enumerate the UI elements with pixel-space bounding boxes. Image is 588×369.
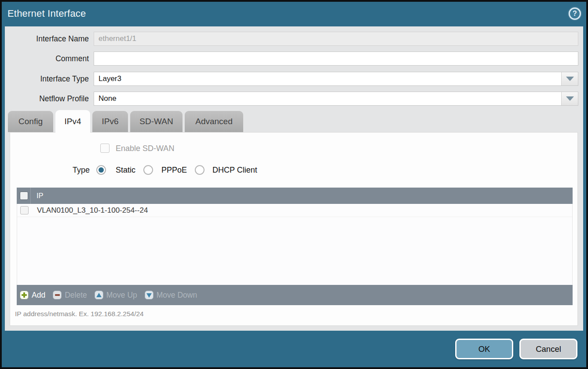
radio-static-label[interactable]: Static bbox=[116, 164, 135, 176]
ip-table: IP VLAN0100_L3_10-1-100-254--24 Add bbox=[17, 188, 573, 305]
interface-name-label: Interface Name bbox=[5, 32, 89, 46]
comment-label: Comment bbox=[5, 52, 89, 66]
interface-name-input bbox=[94, 32, 578, 46]
ipv4-tab-panel: Enable SD-WAN Type Static PPPoE DHCP Cli… bbox=[10, 132, 578, 326]
dialog-title: Ethernet Interface bbox=[7, 8, 86, 19]
ip-table-toolbar: Add Delete Move Up Move Down bbox=[17, 285, 573, 305]
delete-button-label: Delete bbox=[65, 291, 87, 300]
interface-type-value: Layer3 bbox=[99, 72, 121, 85]
delete-button: Delete bbox=[53, 291, 87, 300]
radio-pppoe-label[interactable]: PPPoE bbox=[161, 164, 187, 176]
table-row[interactable]: VLAN0100_L3_10-1-100-254--24 bbox=[17, 204, 572, 217]
dialog-titlebar: Ethernet Interface ? bbox=[2, 2, 586, 26]
type-label: Type bbox=[55, 164, 90, 176]
interface-name-row: Interface Name bbox=[5, 32, 578, 46]
delete-minus-icon bbox=[53, 291, 62, 299]
comment-input[interactable] bbox=[94, 52, 578, 66]
radio-dhcp-client-label[interactable]: DHCP Client bbox=[212, 164, 257, 176]
arrow-down-icon bbox=[145, 291, 153, 299]
ip-cell: VLAN0100_L3_10-1-100-254--24 bbox=[37, 204, 148, 217]
move-down-button: Move Down bbox=[145, 291, 197, 300]
column-divider bbox=[30, 188, 31, 204]
move-down-button-label: Move Down bbox=[157, 291, 197, 300]
interface-type-label: Interface Type bbox=[5, 72, 89, 86]
enable-sdwan-label: Enable SD-WAN bbox=[116, 144, 174, 153]
help-icon[interactable]: ? bbox=[569, 7, 581, 20]
ip-column-header: IP bbox=[37, 188, 44, 204]
interface-type-row: Interface Type Layer3 bbox=[5, 72, 578, 86]
cancel-button[interactable]: Cancel bbox=[519, 339, 577, 359]
tab-sdwan[interactable]: SD-WAN bbox=[130, 111, 183, 132]
dialog-body: Interface Name Comment Interface Type La… bbox=[5, 26, 583, 331]
add-button-label: Add bbox=[32, 291, 45, 300]
netflow-profile-label: Netflow Profile bbox=[5, 92, 89, 106]
radio-static[interactable] bbox=[96, 165, 106, 175]
ip-table-header: IP bbox=[17, 188, 573, 204]
radio-dhcp-client[interactable] bbox=[195, 165, 205, 175]
comment-row: Comment bbox=[5, 52, 578, 66]
move-up-button-label: Move Up bbox=[106, 291, 137, 300]
tab-bar: Config IPv4 IPv6 SD-WAN Advanced bbox=[8, 111, 243, 132]
select-all-checkbox[interactable] bbox=[20, 192, 28, 200]
ok-button[interactable]: OK bbox=[455, 339, 513, 359]
interface-type-dropdown-button[interactable] bbox=[561, 72, 578, 85]
arrow-up-icon bbox=[95, 291, 103, 299]
ip-format-hint: IP address/netmask. Ex. 192.168.2.254/24 bbox=[15, 310, 144, 318]
tab-advanced[interactable]: Advanced bbox=[185, 111, 243, 132]
tab-config[interactable]: Config bbox=[8, 111, 53, 132]
netflow-profile-dropdown-button[interactable] bbox=[561, 92, 578, 105]
row-checkbox[interactable] bbox=[20, 206, 29, 214]
radio-pppoe[interactable] bbox=[143, 165, 153, 175]
netflow-profile-row: Netflow Profile None bbox=[5, 92, 578, 106]
move-up-button: Move Up bbox=[95, 291, 137, 300]
chevron-down-icon bbox=[566, 96, 574, 101]
tab-ipv4[interactable]: IPv4 bbox=[55, 110, 90, 133]
ip-table-body: VLAN0100_L3_10-1-100-254--24 bbox=[17, 204, 573, 285]
ethernet-interface-dialog: Ethernet Interface ? Interface Name Comm… bbox=[0, 0, 588, 369]
interface-type-select[interactable]: Layer3 bbox=[94, 72, 578, 86]
tab-ipv6[interactable]: IPv6 bbox=[92, 111, 128, 132]
enable-sdwan-checkbox bbox=[100, 144, 110, 153]
chevron-down-icon bbox=[566, 77, 574, 81]
add-plus-icon bbox=[20, 291, 29, 299]
netflow-profile-select[interactable]: None bbox=[94, 92, 578, 106]
add-button[interactable]: Add bbox=[20, 291, 45, 300]
dialog-footer: OK Cancel bbox=[2, 331, 586, 367]
netflow-profile-value: None bbox=[99, 92, 117, 105]
